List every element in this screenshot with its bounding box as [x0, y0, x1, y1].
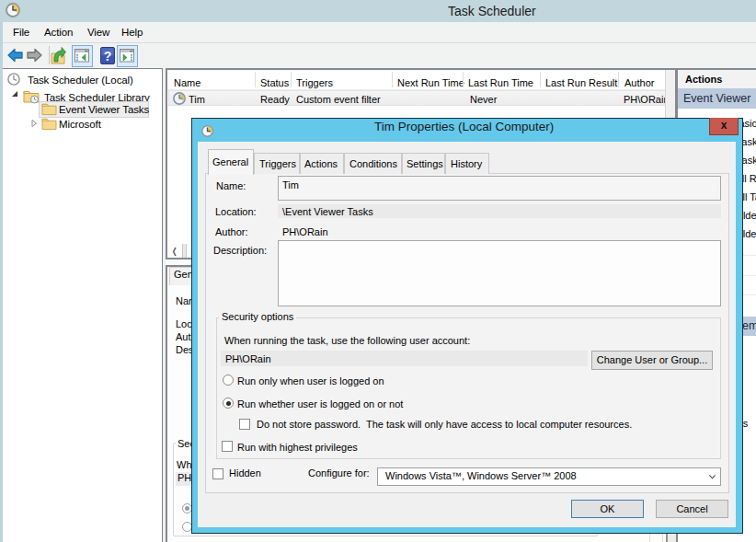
svg-text:?: ? — [104, 49, 112, 63]
